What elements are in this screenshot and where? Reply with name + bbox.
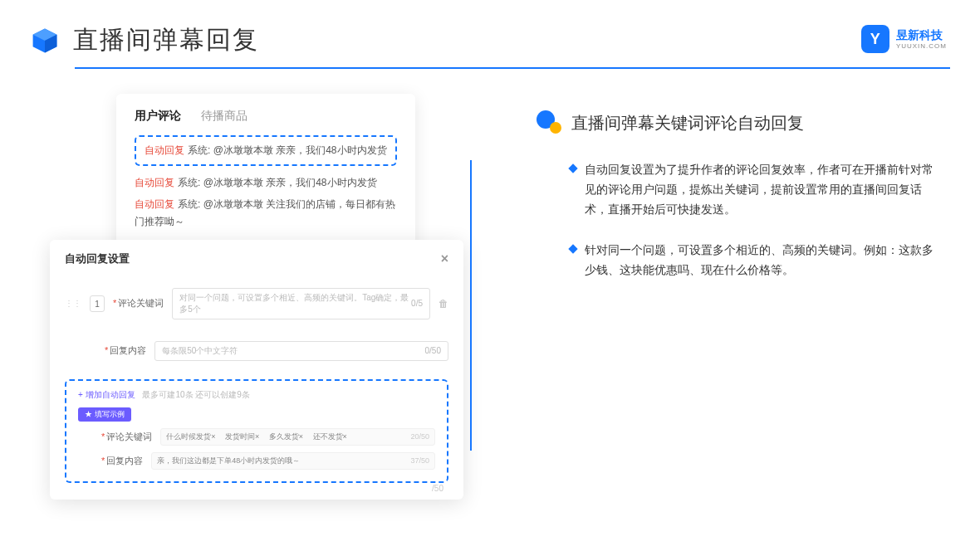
auto-reply-tag: 自动回复 xyxy=(145,144,184,156)
settings-modal: 自动回复设置 × ⋮⋮ 1 *评论关键词 对同一个问题，可设置多个相近、高频的关… xyxy=(50,240,463,500)
delete-icon[interactable]: 🗑 xyxy=(439,298,448,310)
content-count: 0/50 xyxy=(425,346,441,355)
connector-line xyxy=(470,160,472,451)
bullet-text: 自动回复设置为了提升作者的评论回复效率，作者可在开播前针对常见的评论用户问题，提… xyxy=(585,160,933,219)
ex-content-count: 37/50 xyxy=(410,456,429,465)
add-reply-link[interactable]: + 增加自动回复 xyxy=(78,390,135,399)
brand: Y 昱新科技 YUUXIN.COM xyxy=(861,25,947,53)
page-title: 直播间弹幕回复 xyxy=(73,23,259,57)
ex-keyword-count: 20/50 xyxy=(410,432,429,441)
brand-logo-icon: Y xyxy=(861,25,889,53)
highlighted-comment: 自动回复系统: @冰墩墩本墩 亲亲，我们48小时内发货 xyxy=(135,135,397,166)
overflow-count: /50 xyxy=(432,484,443,493)
tab-user-comments[interactable]: 用户评论 xyxy=(135,109,181,124)
diamond-icon xyxy=(568,163,577,173)
brand-name-en: YUUXIN.COM xyxy=(896,43,947,50)
bullet-item: 针对同一个问题，可设置多个相近的、高频的关键词。例如：这款多少钱、这块能优惠吗、… xyxy=(537,241,950,280)
keyword-count: 0/5 xyxy=(411,299,423,308)
ex-content-input[interactable]: 亲，我们这边都是下单48小时内发货的哦～ 37/50 xyxy=(151,452,435,470)
brand-name-cn: 昱新科技 xyxy=(896,29,947,41)
comment-line: 自动回复系统: @冰墩墩本墩 关注我们的店铺，每日都有热门推荐呦～ xyxy=(135,196,397,232)
ex-content-label: 回复内容 xyxy=(106,456,143,466)
content-placeholder: 每条限50个中文字符 xyxy=(162,345,238,357)
tab-pending-products[interactable]: 待播商品 xyxy=(201,109,247,124)
example-badge: ★ 填写示例 xyxy=(78,407,131,422)
bullet-item: 自动回复设置为了提升作者的评论回复效率，作者可在开播前针对常见的评论用户问题，提… xyxy=(537,160,950,219)
chat-bubble-icon xyxy=(537,110,561,135)
add-reply-hint: 最多可建10条 还可以创建9条 xyxy=(142,390,249,399)
ex-keyword-label: 评论关键词 xyxy=(106,432,152,441)
ex-content-text: 亲，我们这边都是下单48小时内发货的哦～ xyxy=(157,456,300,466)
section-title: 直播间弹幕关键词评论自动回复 xyxy=(571,112,804,134)
bullet-text: 针对同一个问题，可设置多个相近的、高频的关键词。例如：这款多少钱、这块能优惠吗、… xyxy=(585,241,933,280)
close-icon[interactable]: × xyxy=(441,251,448,266)
ex-keyword-tags: 什么时候发货× 发货时间× 多久发货× 还不发货× xyxy=(166,432,347,442)
keyword-label: 评论关键词 xyxy=(118,298,164,308)
comment-line: 自动回复系统: @冰墩墩本墩 亲亲，我们48小时内发货 xyxy=(135,174,397,193)
example-box: + 增加自动回复 最多可建10条 还可以创建9条 ★ 填写示例 *评论关键词 什… xyxy=(65,379,448,483)
content-input[interactable]: 每条限50个中文字符 0/50 xyxy=(154,341,448,361)
ex-keyword-input[interactable]: 什么时候发货× 发货时间× 多久发货× 还不发货× 20/50 xyxy=(160,428,435,446)
keyword-input[interactable]: 对同一个问题，可设置多个相近、高频的关键词。Tag确定，最多5个 0/5 xyxy=(172,288,430,319)
keyword-placeholder: 对同一个问题，可设置多个相近、高频的关键词。Tag确定，最多5个 xyxy=(179,292,411,315)
drag-handle-icon[interactable]: ⋮⋮ xyxy=(65,299,81,308)
comment-text: 系统: @冰墩墩本墩 亲亲，我们48小时内发货 xyxy=(188,144,387,156)
auto-reply-tag: 自动回复 xyxy=(135,177,174,188)
diamond-icon xyxy=(568,245,577,254)
auto-reply-tag: 自动回复 xyxy=(135,198,174,210)
cube-icon xyxy=(30,26,60,56)
rule-index: 1 xyxy=(90,295,105,312)
modal-title: 自动回复设置 xyxy=(65,251,130,266)
content-label: 回复内容 xyxy=(110,345,146,355)
comment-text: 系统: @冰墩墩本墩 亲亲，我们48小时内发货 xyxy=(178,177,377,188)
